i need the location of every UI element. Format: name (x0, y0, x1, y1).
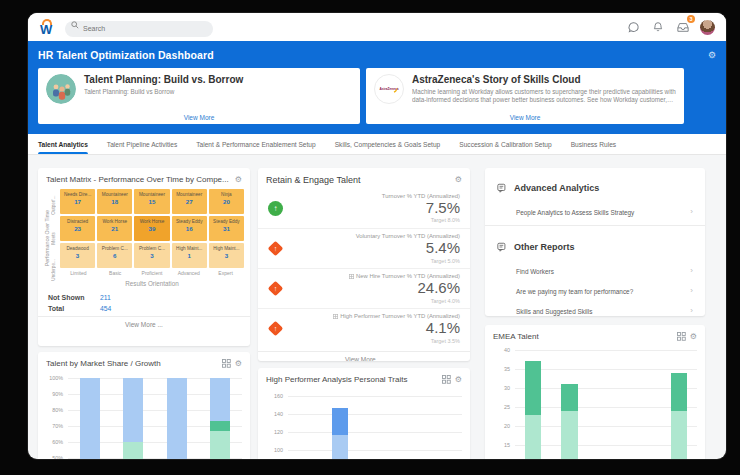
report-link[interactable]: People Analytics to Assess Skills Strate… (485, 202, 705, 222)
matrix-cell[interactable]: High Maint...3 (209, 243, 244, 268)
matrix-cell[interactable]: Steady Eddy16 (172, 216, 207, 241)
matrix-cell[interactable]: Problem C...3 (134, 243, 169, 268)
chart-bar-segment[interactable] (123, 378, 143, 442)
matrix-col-label: Limited (60, 270, 97, 276)
card-settings-gear-icon[interactable]: ⚙︎ (235, 360, 242, 368)
view-more-link[interactable]: View More ... (258, 351, 470, 361)
notifications-bell-icon[interactable] (650, 19, 666, 35)
total-value[interactable]: 454 (100, 305, 111, 312)
matrix-cell[interactable]: Problem C...6 (97, 243, 132, 268)
kpi-target: Target 3.5% (290, 338, 460, 344)
report-link-label: Skills and Suggested Skills (516, 308, 690, 315)
card-retain-engage: Retain & Engage Talent ⚙︎ ↑Turnover % YT… (258, 168, 470, 361)
chart-bar-segment[interactable] (210, 431, 230, 459)
chart-tick-label: 30 (487, 385, 510, 391)
chart-bar-segment[interactable] (167, 378, 187, 459)
kpi-row[interactable]: ↑ New Hire Turnover % YTD (Annualized)24… (258, 268, 470, 308)
tab-succession-calibration-setup[interactable]: Succession & Calibration Setup (459, 134, 551, 154)
workday-logo[interactable]: W (39, 18, 56, 36)
not-shown-value[interactable]: 211 (100, 294, 111, 301)
kpi-value: 4.1% (290, 320, 460, 337)
matrix-cell-value: 18 (97, 198, 132, 205)
chart-bar-segment[interactable] (671, 411, 687, 459)
banner-subtitle: Machine learning at Workday allows custo… (412, 88, 676, 104)
matrix-col-labels: LimitedBasicProficientAdvancedExpert (60, 270, 244, 276)
banner-card-talent-planning[interactable]: Talent Planning: Build vs. Borrow Talent… (38, 68, 360, 124)
kpi-row[interactable]: ↑Voluntary Turnover % YTD (Annualized)5.… (258, 228, 470, 268)
chart-bar-segment[interactable] (332, 408, 348, 435)
matrix-cell[interactable]: Mountaineer15 (134, 189, 169, 214)
chart-bar-segment[interactable] (525, 415, 541, 459)
tab-skills-competencies-goals-setup[interactable]: Skills, Competencies & Goals Setup (335, 134, 441, 154)
matrix-cell[interactable]: High Maint...1 (172, 243, 207, 268)
chart-bar-segment[interactable] (332, 435, 348, 459)
inbox-icon[interactable]: 3 (675, 19, 691, 35)
chart-type-icon[interactable] (442, 375, 451, 384)
report-link[interactable]: Find Workers› (485, 261, 705, 281)
matrix-grid: Needs Dire...17Mountaineer18Mountaineer1… (60, 189, 244, 268)
matrix-cell[interactable]: Needs Dire...17 (60, 189, 95, 214)
matrix-cell-name: Mountaineer (172, 192, 207, 197)
tab-talent-performance-enablement-setup[interactable]: Talent & Performance Enablement Setup (196, 134, 316, 154)
kpi-alert-diamond-icon: ↑ (268, 321, 290, 336)
matrix-cell[interactable]: Ninja20 (209, 189, 244, 214)
chart-bar-segment[interactable] (561, 411, 577, 459)
workday-logo-letter: W (40, 22, 52, 37)
chart-gridline (288, 450, 462, 451)
chart-tick-label: 20 (487, 423, 510, 429)
matrix-cell[interactable]: Mountaineer27 (172, 189, 207, 214)
kpi-body: Turnover % YTD (Annualized)7.5%Target 8.… (290, 193, 460, 224)
report-link[interactable]: Are we paying my team for performance?› (485, 281, 705, 301)
matrix-cell[interactable]: Mountaineer18 (97, 189, 132, 214)
chart-bar-segment[interactable] (80, 378, 100, 459)
tab-talent-pipeline-activities[interactable]: Talent Pipeline Activities (107, 134, 177, 154)
kpi-row[interactable]: ↑ High Performer Turnover % YTD (Annuali… (258, 308, 470, 348)
matrix-cell-name: Mountaineer (97, 192, 132, 197)
matrix-cell[interactable]: Distracted23 (60, 216, 95, 241)
matrix-cell[interactable]: Work Horse39 (134, 216, 169, 241)
card-title: Talent by Market Share / Growth (46, 359, 217, 368)
chart-tick-label: 160 (260, 393, 283, 399)
top-bar: W 3 (28, 13, 726, 41)
card-settings-gear-icon[interactable]: ⚙︎ (455, 376, 462, 384)
tab-business-rules[interactable]: Business Rules (571, 134, 616, 154)
banner-view-more-link[interactable]: View More (366, 114, 684, 121)
dashboard-settings-gear-icon[interactable]: ⚙︎ (708, 50, 716, 60)
tab-talent-analytics[interactable]: Talent Analytics (38, 134, 88, 154)
matrix-cell[interactable]: Deadwood3 (60, 243, 95, 268)
chart-bar-segment[interactable] (210, 378, 230, 421)
matrix-row-label: Outperf... (51, 189, 60, 222)
chart-bar-segment[interactable] (123, 442, 143, 459)
report-section-icon (497, 238, 507, 256)
card-reports-panel: Advanced AnalyticsPeople Analytics to As… (485, 168, 705, 316)
matrix-cell-value: 21 (97, 225, 132, 232)
profile-avatar[interactable] (700, 20, 715, 35)
chart-bar-segment[interactable] (210, 421, 230, 431)
chart-type-icon[interactable] (222, 359, 231, 368)
matrix-cell[interactable]: Work Horse21 (97, 216, 132, 241)
chart-type-icon[interactable] (677, 332, 686, 341)
matrix-cell-name: Needs Dire... (60, 192, 95, 197)
section-title: Advanced Analytics (514, 183, 599, 193)
matrix-cell[interactable]: Steady Eddy31 (209, 216, 244, 241)
matrix-col-label: Basic (97, 270, 134, 276)
chart-tick-label: 25 (487, 404, 510, 410)
chart-gridline (288, 414, 462, 415)
chart-bar-segment[interactable] (561, 384, 577, 411)
banner-card-astrazeneca[interactable]: AstraZeneca AstraZeneca's Story of Skill… (366, 68, 684, 124)
matrix-cell-name: Ninja (209, 192, 244, 197)
emea-talent-chart: 403530252015 (487, 350, 699, 445)
chat-icon[interactable] (625, 19, 641, 35)
report-link[interactable]: Skills and Suggested Skills› (485, 301, 705, 316)
card-settings-gear-icon[interactable]: ⚙︎ (455, 176, 462, 184)
kpi-row[interactable]: ↑Turnover % YTD (Annualized)7.5%Target 8… (258, 188, 470, 228)
search-input[interactable] (65, 21, 213, 37)
matrix-col-label: Expert (207, 270, 244, 276)
inbox-badge: 3 (687, 15, 695, 23)
view-more-link[interactable]: View More ... (38, 316, 250, 332)
card-settings-gear-icon[interactable]: ⚙︎ (235, 176, 242, 184)
chart-bar-segment[interactable] (671, 373, 687, 411)
banner-view-more-link[interactable]: View More (38, 114, 360, 121)
card-settings-gear-icon[interactable]: ⚙︎ (690, 333, 697, 341)
chart-bar-segment[interactable] (525, 361, 541, 414)
